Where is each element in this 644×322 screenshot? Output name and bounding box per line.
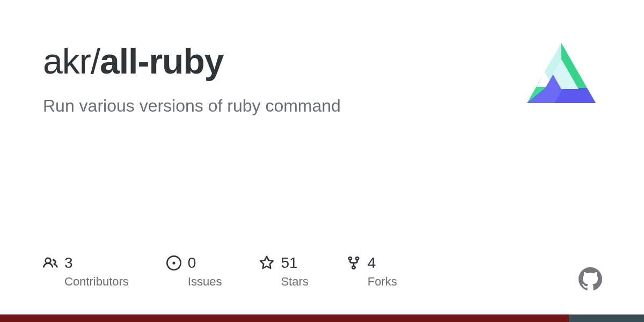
- language-segment[interactable]: [0, 314, 569, 322]
- repo-stats: 3 Contributors 0 Issues 51 Stars 4 Forks: [43, 254, 397, 289]
- star-icon: [259, 255, 274, 270]
- stat-label: Forks: [368, 275, 397, 289]
- repo-separator: /: [91, 41, 100, 81]
- repo-title: akr/all-ruby: [43, 42, 524, 81]
- stat-stars[interactable]: 51 Stars: [259, 254, 308, 289]
- owner-avatar[interactable]: [524, 40, 599, 115]
- stat-value: 51: [281, 254, 297, 272]
- stat-value: 0: [188, 254, 196, 272]
- issue-icon: [166, 255, 181, 270]
- people-icon: [43, 255, 58, 270]
- penrose-triangle-icon: [524, 40, 599, 115]
- fork-icon: [346, 255, 361, 270]
- github-logo-icon[interactable]: [579, 267, 602, 291]
- repo-name[interactable]: all-ruby: [100, 41, 223, 81]
- stat-forks[interactable]: 4 Forks: [346, 254, 397, 289]
- repo-owner[interactable]: akr: [43, 41, 91, 81]
- stat-value: 3: [64, 254, 73, 272]
- stat-label: Stars: [281, 275, 308, 289]
- stat-issues[interactable]: 0 Issues: [166, 254, 222, 289]
- stat-label: Issues: [188, 275, 222, 289]
- stat-label: Contributors: [64, 275, 129, 289]
- language-bar: [0, 314, 644, 322]
- repo-description: Run various versions of ruby command: [43, 96, 524, 116]
- language-segment[interactable]: [569, 314, 644, 322]
- stat-value: 4: [368, 254, 376, 272]
- stat-contributors[interactable]: 3 Contributors: [43, 254, 129, 289]
